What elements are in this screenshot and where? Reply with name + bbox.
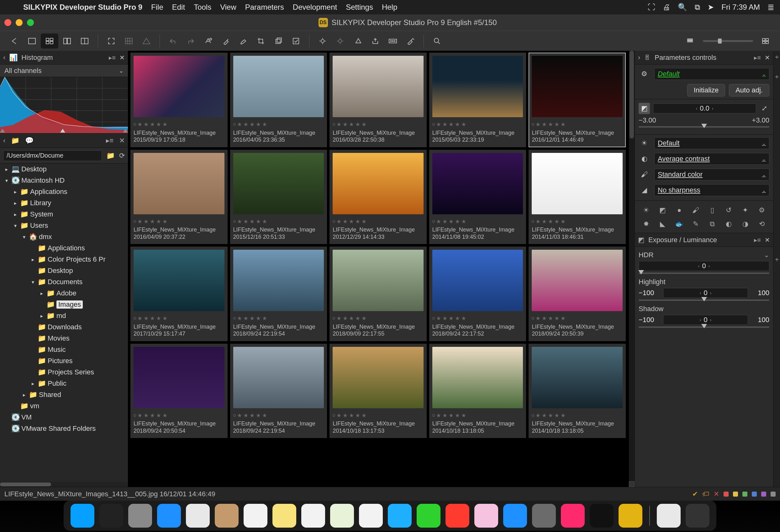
back-button[interactable] (6, 34, 23, 49)
thumbnail[interactable]: ★★★★★LIFEstyle_News_MiXture_Image2017/10… (131, 247, 228, 341)
thumbnail-size-slider[interactable] (703, 40, 753, 42)
exposure-slider[interactable] (639, 126, 769, 127)
tool-crop-icon[interactable]: ▯ (704, 203, 721, 217)
thumbnail[interactable]: ★★★★★LIFEstyle_News_MiXture_Image2015/05… (429, 53, 526, 147)
dock-photos[interactable] (359, 504, 383, 528)
grid-overlay-button[interactable] (120, 34, 138, 49)
status-icon-2[interactable]: 🖨 (663, 3, 670, 12)
menu-development[interactable]: Development (293, 3, 337, 12)
exposure-mode-icon[interactable]: ◩ (639, 103, 650, 114)
rating-stars[interactable]: ★★★★★ (532, 315, 623, 322)
brush-button[interactable] (235, 34, 252, 49)
thumbnail[interactable]: ★★★★★LIFEstyle_News_MiXture_Image2014/10… (330, 344, 427, 438)
dock-appstore[interactable] (503, 504, 527, 528)
tool-brush-icon[interactable]: 🖌 (687, 203, 704, 217)
rating-stars[interactable]: ★★★★★ (333, 121, 424, 128)
rating-stars[interactable]: ★★★★★ (333, 315, 424, 322)
thumbnail[interactable]: ★★★★★LIFEstyle_News_MiXture_Image2018/09… (131, 344, 228, 438)
open-folder-icon[interactable]: 📁 (106, 152, 115, 160)
notifications-icon[interactable]: ≣ (768, 2, 774, 12)
rating-stars[interactable]: ★★★★★ (532, 412, 623, 419)
tool-gear-icon[interactable]: ⚙ (753, 203, 770, 217)
tool-spot-icon[interactable]: ✸ (638, 217, 654, 231)
expand-icon[interactable]: ▾ (31, 279, 35, 285)
dock-activity[interactable] (590, 504, 614, 528)
dock-generic-doc[interactable] (657, 504, 681, 528)
thumbnail[interactable]: ★★★★★LIFEstyle_News_MiXture_Image2015/09… (131, 53, 228, 147)
tool-eyedrop-icon[interactable]: ✎ (687, 217, 704, 231)
highlight-spinner[interactable]: ‹0› (663, 288, 748, 298)
dock-music[interactable] (474, 504, 498, 528)
shadow-slider[interactable] (639, 326, 769, 328)
menu-settings[interactable]: Settings (346, 3, 373, 12)
check-icon[interactable]: ✔ (692, 490, 698, 498)
histogram-white-handle[interactable] (123, 129, 128, 132)
dock-messages[interactable] (388, 504, 411, 528)
expand-icon[interactable]: ▸ (31, 381, 35, 387)
menu-help[interactable]: Help (382, 3, 397, 12)
expand-icon[interactable]: ▾ (13, 223, 17, 229)
dock-safari[interactable] (157, 504, 181, 528)
dock-system-prefs[interactable] (532, 504, 556, 528)
expand-icon[interactable]: ▸ (13, 200, 17, 206)
chevron-left-icon[interactable]: ‹ (3, 137, 5, 145)
dock-silkypix[interactable] (619, 504, 642, 528)
warning-button[interactable] (138, 34, 155, 49)
plus-icon[interactable]: ＋ (774, 255, 780, 264)
panel-close-icon[interactable]: ✕ (119, 54, 125, 61)
folder-item[interactable]: ▸💻Desktop (0, 164, 128, 175)
thumbnail[interactable]: ★★★★★LIFEstyle_News_MiXture_Image2016/04… (230, 53, 327, 147)
status-icon-1[interactable]: ⛶ (648, 3, 655, 12)
folder-item[interactable]: ▸📁Applications (0, 186, 128, 197)
thumbnail[interactable]: ★★★★★LIFEstyle_News_MiXture_Image2014/10… (429, 344, 526, 438)
dock-news[interactable] (445, 504, 469, 528)
expand-icon[interactable]: ▸ (40, 313, 44, 319)
expand-icon[interactable]: ▾ (22, 234, 26, 240)
sharpness-select[interactable]: No sharpness ⌄ (654, 184, 769, 196)
rating-stars[interactable]: ★★★★★ (532, 218, 623, 225)
panel-close-icon[interactable]: ✕ (765, 236, 770, 244)
label-red[interactable] (724, 492, 729, 496)
comment-icon[interactable]: 💬 (25, 137, 34, 145)
eyedropper-button[interactable] (217, 34, 235, 49)
panel-collapse-icon[interactable]: ▸≡ (109, 54, 116, 61)
rating-stars[interactable]: ★★★★★ (134, 121, 225, 128)
folder-item[interactable]: ▸📁Color Projects 6 Pr (0, 254, 128, 265)
dock-contacts[interactable] (215, 504, 239, 528)
folder-item[interactable]: ▸📁System (0, 209, 128, 220)
expand-icon[interactable]: ▸ (40, 290, 44, 297)
dock-maps[interactable] (330, 504, 354, 528)
dock-calendar[interactable] (244, 504, 267, 528)
thumbnail[interactable]: ★★★★★LIFEstyle_News_MiXture_Image2016/12… (529, 53, 626, 147)
window-minimize[interactable] (16, 19, 22, 26)
folder-item[interactable]: ▾🏠dmx (0, 231, 128, 243)
panel-collapse-icon[interactable]: ▸≡ (754, 54, 761, 61)
tool-exposure-icon[interactable]: ☀ (638, 203, 654, 217)
rating-stars[interactable]: ★★★★★ (233, 315, 324, 322)
expand-icon[interactable]: ▸ (22, 392, 26, 398)
chevron-right-icon[interactable]: › (638, 54, 640, 62)
dock-facetime[interactable] (417, 504, 440, 528)
folder-item[interactable]: 📁Projects Series (0, 367, 128, 378)
folder-item[interactable]: ▾💽Macintosh HD (0, 175, 128, 186)
grid-view-button[interactable] (41, 34, 58, 49)
single-view-button[interactable] (23, 34, 41, 49)
dock-cleanmymac[interactable] (561, 504, 585, 528)
label-yellow[interactable] (733, 492, 738, 496)
folder-item[interactable]: 📁Desktop (0, 265, 128, 276)
dock-launchpad[interactable] (128, 504, 152, 528)
tool-rotate-icon[interactable]: ↺ (721, 203, 737, 217)
dock-notes[interactable] (273, 504, 296, 528)
app-name[interactable]: SILKYPIX Developer Studio Pro 9 (23, 3, 142, 12)
folder-item[interactable]: 📁Images (0, 299, 128, 310)
thumbnail[interactable]: ★★★★★LIFEstyle_News_MiXture_Image2014/11… (429, 150, 526, 245)
dock-trash[interactable] (686, 504, 710, 528)
clone-button[interactable] (270, 34, 287, 49)
panel-collapse-icon[interactable]: ▸≡ (106, 137, 113, 145)
hdr-slider[interactable] (639, 273, 769, 274)
rating-stars[interactable]: ★★★★★ (432, 315, 523, 322)
menubar-clock[interactable]: Fri 7:39 AM (721, 3, 760, 12)
plus-icon[interactable]: ＋ (774, 53, 780, 61)
histogram-black-handle[interactable] (0, 129, 5, 132)
rating-stars[interactable]: ★★★★★ (333, 412, 424, 419)
